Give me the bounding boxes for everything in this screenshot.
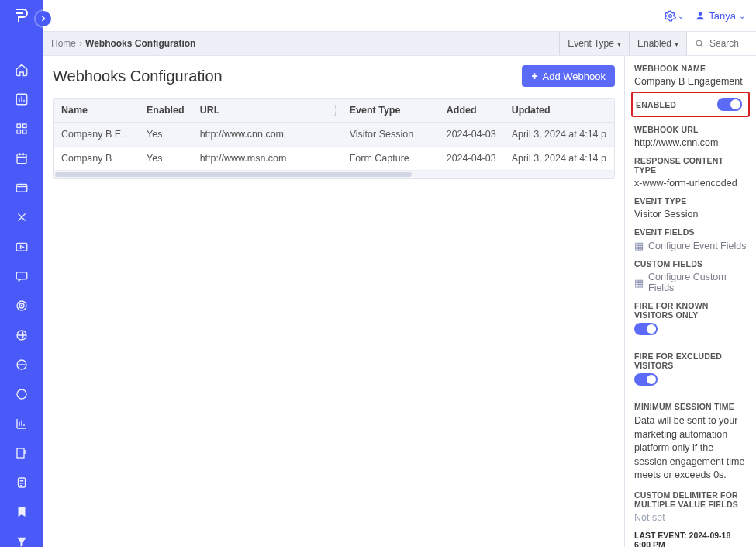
configure-icon: ▦	[634, 277, 644, 289]
th-url[interactable]: URL↑↓	[192, 99, 342, 123]
filter-enabled[interactable]: Enabled ▾	[629, 32, 686, 55]
label-event-type: EVENT TYPE	[634, 196, 747, 206]
nav-globe3-icon[interactable]	[14, 386, 29, 402]
cell-updated: April 3, 2024 at 4:14 p	[504, 123, 614, 147]
label-enabled: ENABLED	[636, 100, 676, 109]
svg-rect-5	[17, 154, 26, 164]
th-updated[interactable]: Updated	[504, 99, 614, 123]
settings-menu[interactable]: ⌄	[665, 10, 684, 22]
th-enabled[interactable]: Enabled	[139, 99, 192, 123]
breadcrumb-bar: Home › Webhooks Configuration Event Type…	[43, 31, 756, 56]
svg-point-20	[696, 40, 702, 46]
label-custom-delim: CUSTOM DELIMITER FOR MULTIPLE VALUE FIEL…	[634, 490, 747, 509]
svg-rect-3	[17, 130, 21, 134]
label-fire-known: FIRE FOR KNOWN VISITORS ONLY	[634, 301, 747, 320]
chevron-down-icon: ⌄	[678, 12, 684, 20]
table-row[interactable]: Company B Engage… Yes http://www.cnn.com…	[54, 123, 614, 147]
cell-name: Company B Engage…	[54, 123, 139, 147]
filter-enabled-label: Enabled	[637, 38, 671, 49]
cell-updated: April 3, 2024 at 4:14 p	[504, 147, 614, 171]
label-event-fields: EVENT FIELDS	[634, 227, 747, 237]
top-bar: ⌄ Tanya ⌄	[43, 0, 756, 31]
page-title: Webhooks Configuration	[53, 68, 223, 85]
svg-rect-16	[17, 448, 24, 458]
table-header-row: Name Enabled URL↑↓ Event Type Added Upda…	[54, 99, 614, 123]
nav-bookmark-icon[interactable]	[14, 504, 29, 520]
svg-marker-8	[21, 246, 24, 249]
nav-calendar-icon[interactable]	[14, 151, 29, 166]
value-event-type: Visitor Session	[634, 209, 747, 220]
add-webhook-button[interactable]: + Add Webhook	[522, 65, 615, 87]
horizontal-scrollbar[interactable]	[54, 171, 614, 178]
svg-point-18	[669, 14, 672, 17]
th-event-type[interactable]: Event Type	[342, 99, 439, 123]
th-added[interactable]: Added	[439, 99, 504, 123]
link-configure-event-fields-label: Configure Event Fields	[648, 241, 746, 251]
link-configure-custom-fields[interactable]: ▦ Configure Custom Fields	[634, 272, 747, 293]
search-input[interactable]	[709, 38, 748, 49]
cell-added: 2024-04-03	[439, 123, 504, 147]
value-min-session: Data will be sent to your marketing auto…	[634, 414, 747, 483]
nav-grid-icon[interactable]	[14, 121, 29, 137]
svg-point-15	[17, 389, 26, 399]
link-configure-custom-fields-label: Configure Custom Fields	[648, 272, 747, 293]
nav-home-icon[interactable]	[14, 62, 29, 78]
label-min-session: MINIMUM SESSION TIME	[634, 402, 747, 411]
cell-event-type: Visitor Session	[342, 123, 439, 147]
label-webhook-name: WEBHOOK NAME	[634, 64, 747, 73]
toggle-fire-known[interactable]	[634, 323, 658, 335]
svg-rect-1	[17, 124, 21, 128]
enabled-highlight: ENABLED	[631, 92, 750, 117]
nav-export-icon[interactable]	[14, 445, 29, 461]
breadcrumb-separator: ›	[79, 38, 82, 49]
cell-name: Company B	[54, 147, 139, 171]
nav-analytics-icon[interactable]	[14, 92, 29, 107]
filter-event-type-label: Event Type	[568, 38, 614, 49]
cell-enabled: Yes	[139, 147, 192, 171]
caret-down-icon: ▾	[675, 40, 678, 48]
toggle-enabled[interactable]	[717, 98, 742, 111]
toggle-fire-excluded[interactable]	[634, 373, 658, 386]
cell-added: 2024-04-03	[439, 147, 504, 171]
user-menu[interactable]: Tanya ⌄	[695, 10, 745, 22]
sort-icon[interactable]: ↑↓	[333, 104, 337, 116]
expand-nav-button[interactable]	[36, 11, 51, 26]
filter-event-type[interactable]: Event Type ▾	[559, 32, 629, 55]
value-custom-delim: Not set	[634, 512, 747, 523]
left-nav	[0, 0, 43, 547]
value-webhook-url: http://www.cnn.com	[634, 137, 747, 148]
breadcrumb-current: Webhooks Configuration	[85, 38, 195, 49]
last-event: LAST EVENT: 2024-09-18 6:00 PM	[634, 531, 747, 548]
configure-icon: ▦	[634, 240, 644, 251]
main-area: ⌄ Tanya ⌄ Home › Webhooks Configuration …	[43, 0, 756, 547]
nav-clipboard-icon[interactable]	[14, 475, 29, 490]
search-icon	[695, 39, 705, 49]
nav-chat-icon[interactable]	[14, 268, 29, 284]
svg-line-21	[701, 44, 703, 47]
webhooks-table: Name Enabled URL↑↓ Event Type Added Upda…	[53, 98, 615, 179]
nav-target-icon[interactable]	[14, 298, 29, 313]
nav-chart-icon[interactable]	[14, 416, 29, 431]
nav-video-icon[interactable]	[14, 239, 29, 254]
svg-rect-9	[16, 272, 27, 279]
label-fire-excluded: FIRE FOR EXCLUDED VISITORS	[634, 351, 747, 370]
svg-rect-4	[23, 130, 27, 134]
nav-tools-icon[interactable]	[14, 209, 29, 225]
table-row[interactable]: Company B Yes http://www.msn.com Form Ca…	[54, 147, 614, 171]
scrollbar-thumb[interactable]	[55, 172, 412, 177]
nav-wallet-icon[interactable]	[14, 180, 29, 196]
nav-funnel-icon[interactable]	[14, 534, 29, 547]
user-name: Tanya	[709, 10, 736, 22]
breadcrumb-home[interactable]: Home	[51, 38, 76, 49]
page-header: Webhooks Configuration + Add Webhook	[53, 65, 615, 87]
cell-enabled: Yes	[139, 123, 192, 147]
cell-url: http://www.cnn.com	[192, 123, 342, 147]
nav-globe2-icon[interactable]	[14, 357, 29, 372]
link-configure-event-fields[interactable]: ▦ Configure Event Fields	[634, 240, 747, 251]
nav-globe1-icon[interactable]	[14, 327, 29, 343]
label-webhook-url: WEBHOOK URL	[634, 125, 747, 134]
search-box[interactable]	[686, 32, 756, 55]
center-pane: Webhooks Configuration + Add Webhook Nam…	[43, 56, 624, 547]
content-row: Webhooks Configuration + Add Webhook Nam…	[43, 56, 756, 547]
th-name[interactable]: Name	[54, 99, 139, 123]
